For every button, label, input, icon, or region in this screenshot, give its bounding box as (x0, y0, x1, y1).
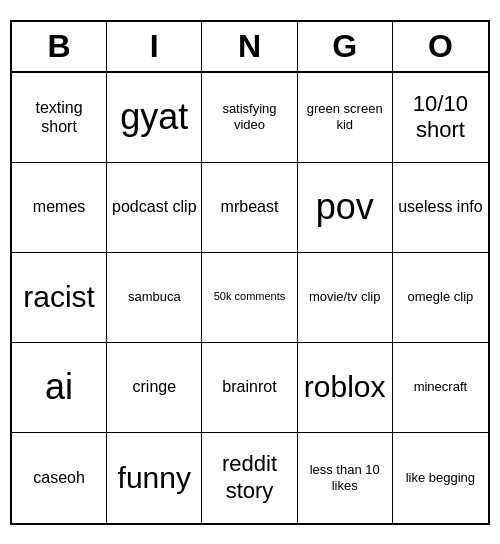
bingo-card: BINGO texting shortgyatsatisfying videog… (10, 20, 490, 525)
bingo-cell-9: useless info (393, 163, 488, 253)
bingo-cell-20: caseoh (12, 433, 107, 523)
bingo-cell-24: like begging (393, 433, 488, 523)
bingo-cell-text-20: caseoh (33, 468, 85, 487)
bingo-cell-11: sambuca (107, 253, 202, 343)
bingo-cell-10: racist (12, 253, 107, 343)
bingo-cell-text-16: cringe (133, 377, 177, 396)
bingo-cell-text-9: useless info (398, 197, 483, 216)
header-letter-G: G (298, 22, 393, 71)
bingo-cell-14: omegle clip (393, 253, 488, 343)
bingo-cell-text-14: omegle clip (408, 289, 474, 305)
bingo-cell-text-22: reddit story (206, 451, 292, 504)
bingo-cell-13: movie/tv clip (298, 253, 393, 343)
bingo-cell-text-12: 50k comments (214, 290, 286, 303)
bingo-cell-text-21: funny (118, 460, 191, 496)
bingo-cell-16: cringe (107, 343, 202, 433)
header-letter-B: B (12, 22, 107, 71)
bingo-cell-7: mrbeast (202, 163, 297, 253)
bingo-cell-3: green screen kid (298, 73, 393, 163)
bingo-cell-23: less than 10 likes (298, 433, 393, 523)
bingo-cell-text-11: sambuca (128, 289, 181, 305)
bingo-cell-text-24: like begging (406, 470, 475, 486)
bingo-cell-text-1: gyat (120, 95, 188, 138)
bingo-cell-17: brainrot (202, 343, 297, 433)
bingo-cell-21: funny (107, 433, 202, 523)
bingo-cell-text-8: pov (316, 185, 374, 228)
bingo-cell-text-5: memes (33, 197, 85, 216)
bingo-cell-text-23: less than 10 likes (302, 462, 388, 493)
bingo-cell-text-10: racist (23, 279, 95, 315)
bingo-cell-1: gyat (107, 73, 202, 163)
bingo-cell-text-18: roblox (304, 369, 386, 405)
bingo-cell-text-6: podcast clip (112, 197, 197, 216)
bingo-cell-2: satisfying video (202, 73, 297, 163)
bingo-grid: texting shortgyatsatisfying videogreen s… (12, 73, 488, 523)
bingo-cell-6: podcast clip (107, 163, 202, 253)
bingo-cell-0: texting short (12, 73, 107, 163)
header-letter-N: N (202, 22, 297, 71)
bingo-header: BINGO (12, 22, 488, 73)
bingo-cell-19: minecraft (393, 343, 488, 433)
bingo-cell-text-2: satisfying video (206, 101, 292, 132)
bingo-cell-18: roblox (298, 343, 393, 433)
header-letter-I: I (107, 22, 202, 71)
bingo-cell-22: reddit story (202, 433, 297, 523)
bingo-cell-text-13: movie/tv clip (309, 289, 381, 305)
bingo-cell-text-15: ai (45, 365, 73, 408)
bingo-cell-text-0: texting short (16, 98, 102, 136)
bingo-cell-5: memes (12, 163, 107, 253)
bingo-cell-text-17: brainrot (222, 377, 276, 396)
bingo-cell-text-7: mrbeast (221, 197, 279, 216)
bingo-cell-12: 50k comments (202, 253, 297, 343)
bingo-cell-text-4: 10/10 short (397, 91, 484, 144)
bingo-cell-text-19: minecraft (414, 379, 467, 395)
header-letter-O: O (393, 22, 488, 71)
bingo-cell-8: pov (298, 163, 393, 253)
bingo-cell-text-3: green screen kid (302, 101, 388, 132)
bingo-cell-15: ai (12, 343, 107, 433)
bingo-cell-4: 10/10 short (393, 73, 488, 163)
